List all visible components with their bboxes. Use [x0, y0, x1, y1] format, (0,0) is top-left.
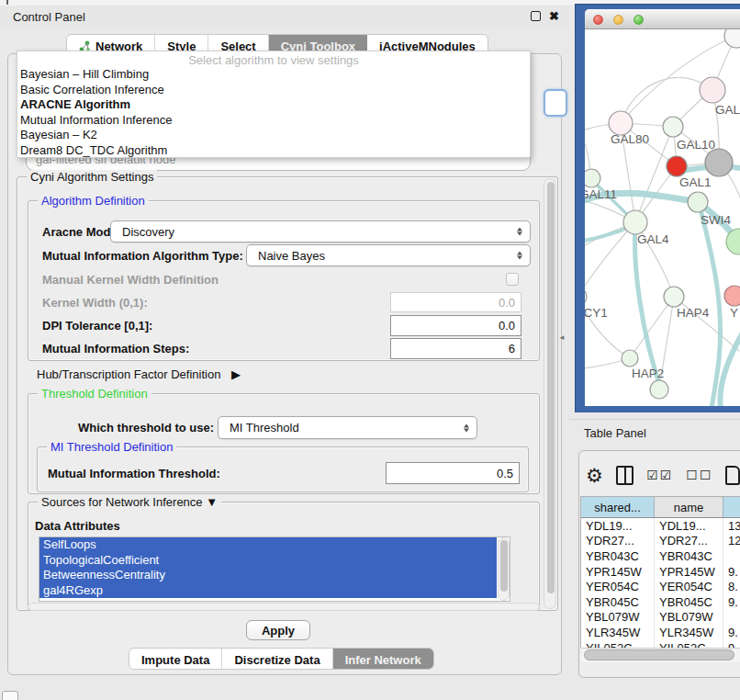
attribute-item[interactable]: SelfLoops [39, 537, 497, 553]
mi-threshold-field[interactable]: 0.5 [386, 462, 520, 484]
inference-algorithm-combo-fragment[interactable] [544, 89, 567, 117]
table-row[interactable]: YLR345WYLR345W9. [581, 625, 740, 640]
table-cell: YBR045C [655, 594, 723, 610]
network-edge[interactable] [630, 297, 674, 358]
expand-right-icon[interactable]: ▶ [231, 367, 241, 381]
table-row[interactable]: YBR043CYBR043C [581, 548, 740, 564]
which-threshold-value: MI Threshold [230, 421, 299, 435]
column-header-partial[interactable] [723, 497, 740, 517]
algorithm-option[interactable]: Bayesian – Hill Climbing [17, 67, 530, 83]
table-row[interactable]: YDL19...YDL19...13 [581, 518, 740, 534]
network-node-gal1[interactable] [667, 156, 687, 176]
tab-label: Infer Network [345, 653, 421, 667]
algorithm-dropdown-items: Bayesian – Hill ClimbingBasic Correlatio… [17, 67, 530, 159]
apply-button[interactable]: Apply [246, 620, 310, 640]
splitpane-collapse-arrow[interactable]: ◄ [558, 333, 566, 342]
tab-infer-network[interactable]: Infer Network [333, 649, 433, 669]
table-cell: YDR27... [655, 534, 723, 549]
cyni-group-title: Cyni Algorithm Settings [27, 170, 157, 184]
network-node[interactable] [650, 380, 668, 399]
algorithm-option[interactable]: ARACNE Algorithm [17, 97, 530, 113]
which-threshold-combo[interactable]: MI Threshold [218, 416, 477, 439]
attr-list-scrollbar[interactable] [498, 537, 510, 601]
network-node-gal4[interactable] [623, 210, 647, 234]
table-row[interactable]: YBL079WYBL079W [581, 610, 740, 626]
table-row[interactable]: YDR27...YDR27...12 [581, 534, 740, 549]
table-cell: 9. [723, 564, 740, 580]
dpi-tolerance-field[interactable]: 0.0 [390, 315, 521, 336]
kernel-width-field[interactable]: 0.0 [390, 292, 521, 312]
checked-boxes-icon[interactable]: ☑☑ [646, 468, 673, 482]
mini-corner-button[interactable] [2, 691, 18, 700]
network-node-label: GAL11 [585, 187, 617, 201]
network-edge[interactable] [634, 224, 661, 390]
network-node-label: GAL4 [637, 232, 669, 246]
table-header-row: shared...name [581, 497, 740, 518]
manual-kernel-label: Manual Kernel Width Definition [42, 273, 219, 287]
network-node[interactable] [705, 149, 733, 176]
mi-type-combo[interactable]: Naive Bayes [246, 244, 531, 266]
table-hscrollbar-thumb[interactable] [584, 649, 734, 660]
attribute-item[interactable]: TopologicalCoefficient [39, 553, 497, 569]
table-cell: 9. [723, 625, 740, 640]
tab-label: Impute Data [141, 653, 209, 667]
network-node-gal11[interactable] [585, 169, 600, 187]
column-header-name[interactable]: name [655, 497, 723, 517]
table-row[interactable]: YIL052CYIL052C9 [581, 640, 740, 648]
network-node-hap2[interactable] [622, 350, 638, 367]
table-row[interactable]: YER054CYER054C8. [581, 579, 740, 594]
mac-minimize-button[interactable] [613, 15, 623, 25]
table-row[interactable]: YPR145WYPR145W9. [581, 564, 740, 580]
mac-close-button[interactable] [593, 15, 603, 25]
tab-impute-data[interactable]: Impute Data [129, 649, 222, 669]
network-canvas[interactable]: GALGAL80GAL10GAL1GAL11SWI4GAL4GCY1HAP4YH… [585, 29, 740, 406]
network-node-y[interactable] [724, 286, 740, 306]
network-node-swi4[interactable] [688, 192, 708, 212]
network-node-label: HAP2 [632, 367, 664, 380]
mi-steps-field[interactable]: 6 [390, 338, 521, 359]
tab-label: Discretize Data [234, 653, 320, 667]
table-cell [723, 610, 740, 626]
columns-icon[interactable] [616, 466, 633, 485]
network-node-hap4[interactable] [664, 287, 684, 307]
data-attributes-list[interactable]: SelfLoopsTopologicalCoefficientBetweenne… [39, 536, 510, 602]
network-node[interactable] [724, 29, 740, 48]
collapse-down-icon[interactable]: ▼ [206, 495, 218, 509]
network-node-gal10[interactable] [663, 117, 683, 137]
gear-icon[interactable]: ⚙ [586, 466, 603, 485]
mi-steps-label: Mutual Information Steps: [42, 342, 189, 356]
algorithm-option[interactable]: Bayesian – K2 [17, 128, 530, 143]
table-cell: 12 [723, 534, 740, 549]
tab-discretize-data[interactable]: Discretize Data [222, 649, 332, 669]
node-table[interactable]: shared...name YDL19...YDL19...13YDR27...… [580, 496, 740, 648]
network-node-label: GCY1 [585, 306, 608, 320]
close-icon[interactable]: ✖ [548, 10, 560, 22]
algorithm-option[interactable]: Dream8 DC_TDC Algorithm [17, 143, 530, 159]
attribute-item[interactable]: BetweennessCentrality [39, 568, 497, 583]
settings-hscrollbar[interactable] [28, 603, 540, 611]
table-row[interactable]: YBR045CYBR045C9. [581, 594, 740, 610]
settings-scrollbar[interactable] [544, 178, 556, 609]
network-edge[interactable] [621, 77, 712, 123]
algorithm-option[interactable]: Basic Correlation Inference [17, 83, 530, 98]
network-node-label: GAL1 [679, 175, 712, 189]
spinner-arrows-icon [517, 228, 522, 236]
table-cell: YBR043C [655, 548, 723, 564]
hub-definition-row[interactable]: Hub/Transcription Factor Definition ▶ [37, 367, 241, 381]
unchecked-boxes-icon[interactable]: ☐☐ [686, 468, 712, 482]
table-cell [723, 548, 740, 564]
network-node-gal[interactable] [700, 77, 725, 103]
algorithm-option[interactable]: Mutual Information Inference [17, 113, 530, 129]
attribute-item[interactable]: gal4RGexp [39, 583, 497, 599]
float-window-icon[interactable] [531, 11, 541, 21]
network-window-titlebar[interactable] [585, 9, 740, 29]
table-cell: 8. [723, 579, 740, 594]
network-node-gcy1[interactable] [585, 288, 587, 306]
column-header-shared...[interactable]: shared... [581, 497, 655, 517]
document-icon[interactable] [725, 466, 740, 485]
manual-kernel-checkbox[interactable] [506, 273, 519, 286]
algorithm-dropdown: Select algorithm to view settings Bayesi… [17, 51, 531, 158]
mac-zoom-button[interactable] [633, 15, 644, 25]
aracne-mode-combo[interactable]: Discovery [110, 220, 531, 243]
table-cell: YER054C [581, 579, 655, 594]
